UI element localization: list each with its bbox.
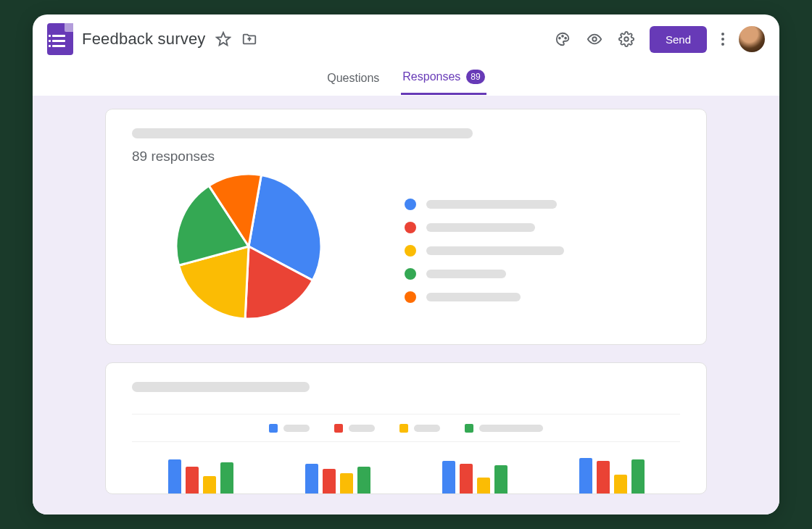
legend-swatch-yellow bbox=[399, 424, 408, 433]
legend-dot-blue bbox=[405, 199, 416, 210]
legend-dot-green bbox=[405, 268, 416, 280]
legend-dot-yellow bbox=[405, 245, 416, 257]
header: Feedback survey Send bbox=[33, 14, 779, 58]
account-avatar[interactable] bbox=[739, 26, 765, 52]
bar-red bbox=[186, 467, 199, 493]
pie-chart bbox=[173, 170, 325, 322]
bar-legend-item-blue bbox=[269, 424, 310, 433]
bar-blue bbox=[442, 461, 455, 493]
responses-count-badge: 89 bbox=[466, 70, 484, 84]
bar-group bbox=[442, 461, 508, 493]
tabs: Questions Responses 89 bbox=[33, 58, 779, 96]
legend-label-placeholder bbox=[426, 270, 506, 278]
legend-swatch-green bbox=[465, 424, 473, 433]
forms-doc-icon[interactable] bbox=[47, 23, 73, 55]
question-title-placeholder bbox=[132, 382, 310, 392]
bar-group bbox=[305, 464, 370, 493]
legend-label-placeholder bbox=[426, 293, 521, 301]
tab-questions[interactable]: Questions bbox=[326, 62, 381, 95]
tab-questions-label: Questions bbox=[327, 72, 379, 85]
bar-yellow bbox=[340, 473, 353, 493]
bar-chart bbox=[132, 414, 680, 493]
bar-green bbox=[494, 465, 508, 493]
gear-icon[interactable] bbox=[618, 30, 635, 48]
star-icon[interactable] bbox=[215, 30, 232, 48]
bar-green bbox=[631, 459, 645, 493]
response-pie-card: 89 responses bbox=[105, 109, 707, 345]
svg-marker-0 bbox=[216, 33, 229, 45]
bar-group bbox=[168, 459, 233, 493]
tab-responses[interactable]: Responses 89 bbox=[401, 62, 486, 95]
bar-red bbox=[597, 461, 610, 493]
legend-item-yellow bbox=[405, 245, 564, 257]
bar-yellow bbox=[203, 476, 216, 493]
legend-item-red bbox=[405, 222, 564, 233]
legend-item-blue bbox=[405, 199, 564, 210]
legend-swatch-red bbox=[334, 424, 343, 433]
app-window: Feedback survey Send Questions bbox=[33, 14, 779, 515]
legend-item-orange bbox=[405, 291, 564, 303]
tab-responses-label: Responses bbox=[402, 70, 460, 83]
svg-point-4 bbox=[592, 37, 597, 41]
page-body: 89 responses bbox=[33, 96, 779, 515]
legend-label-placeholder bbox=[349, 425, 375, 432]
form-title[interactable]: Feedback survey bbox=[82, 30, 206, 49]
legend-swatch-blue bbox=[269, 424, 278, 433]
send-button[interactable]: Send bbox=[650, 26, 707, 53]
response-bar-card bbox=[105, 362, 707, 494]
more-menu-icon[interactable] bbox=[721, 33, 724, 46]
header-actions: Send bbox=[554, 26, 765, 53]
legend-label-placeholder bbox=[283, 425, 310, 432]
legend-label-placeholder bbox=[426, 246, 564, 255]
legend-label-placeholder bbox=[426, 200, 557, 209]
bar-blue bbox=[168, 459, 181, 493]
bar-yellow bbox=[614, 475, 627, 493]
bar-group bbox=[579, 458, 645, 493]
svg-point-2 bbox=[562, 36, 563, 37]
palette-icon[interactable] bbox=[554, 30, 571, 48]
move-to-folder-icon[interactable] bbox=[241, 30, 258, 48]
bar-legend-item-yellow bbox=[399, 424, 440, 433]
legend-label-placeholder bbox=[414, 425, 440, 432]
bar-legend-item-green bbox=[465, 424, 543, 433]
legend-label-placeholder bbox=[426, 223, 535, 232]
responses-count-text: 89 responses bbox=[132, 149, 680, 164]
legend-label-placeholder bbox=[479, 425, 543, 432]
bar-yellow bbox=[477, 478, 490, 493]
pie-legend bbox=[405, 193, 564, 303]
bar-blue bbox=[579, 458, 592, 493]
svg-point-1 bbox=[559, 38, 560, 39]
legend-item-green bbox=[405, 268, 564, 280]
svg-point-3 bbox=[565, 38, 566, 39]
bar-legend bbox=[132, 424, 680, 433]
svg-point-5 bbox=[624, 37, 629, 41]
bar-green bbox=[357, 467, 370, 493]
bar-red bbox=[323, 469, 336, 493]
bar-red bbox=[460, 464, 473, 493]
question-title-placeholder bbox=[132, 128, 473, 138]
bar-blue bbox=[305, 464, 318, 493]
bar-legend-item-red bbox=[334, 424, 375, 433]
legend-dot-red bbox=[405, 222, 416, 233]
bar-green bbox=[220, 462, 233, 493]
eye-icon[interactable] bbox=[586, 30, 603, 48]
legend-dot-orange bbox=[405, 291, 416, 303]
